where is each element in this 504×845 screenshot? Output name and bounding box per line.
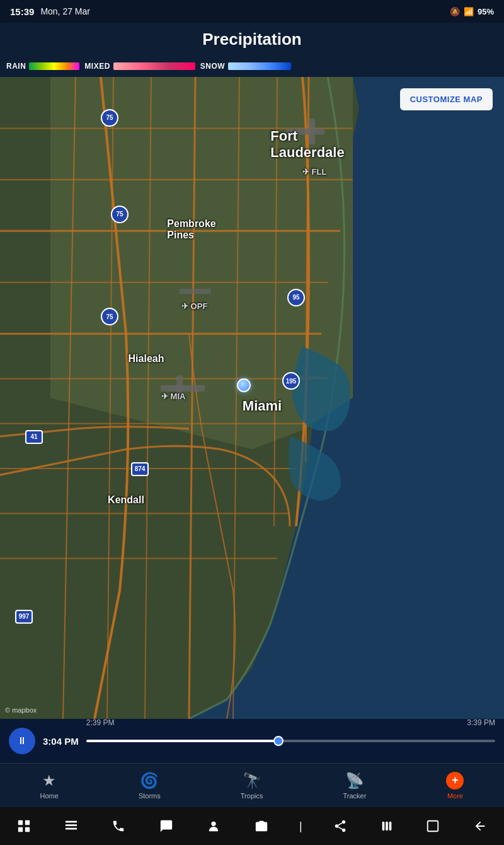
nav-item-home[interactable]: ★ Home [30,767,69,805]
svg-rect-26 [25,827,30,832]
bottom-nav: ★ Home 🌀 Storms 🔭 Tropics 📡 Tracker + Mo… [0,763,504,807]
highway-i75-1: 75 [101,109,118,127]
svg-rect-32 [386,822,388,831]
mute-icon: 🔕 [450,7,460,16]
customize-map-button[interactable]: CUSTOMIZE MAP [400,88,493,110]
play-pause-button[interactable]: ⏸ [9,728,35,754]
divider: | [297,820,305,833]
slider-fill [86,740,278,742]
storms-icon: 🌀 [140,772,159,790]
highway-41: 41 [25,430,43,444]
android-home-btn[interactable] [421,814,445,838]
map-area[interactable]: FortLauderdale PembrokePines Hialeah Mia… [0,77,504,719]
status-bar: 15:39 Mon, 27 Mar 🔕 📶 95% [0,0,504,23]
pause-icon: ⏸ [17,735,27,747]
android-apps-btn[interactable] [12,814,36,838]
svg-point-30 [212,822,216,826]
legend-mixed: MIXED [84,62,195,71]
time-slider-bar: ⏸ 3:04 PM 2:39 PM 3:39 PM [0,719,504,763]
nav-item-tracker[interactable]: 📡 Tracker [333,767,377,805]
svg-rect-18 [287,128,324,134]
svg-rect-20 [180,289,211,294]
status-date: Mon, 27 Mar [40,6,90,16]
nav-label-more: More [447,792,463,800]
nav-label-tropics: Tropics [241,792,263,800]
legend-rain-label: RAIN [6,62,26,71]
home-icon: ★ [42,772,56,790]
highway-i95: 95 [287,289,305,306]
svg-rect-29 [66,828,77,830]
current-time: 3:04 PM [43,736,79,747]
legend-bar: RAIN MIXED SNOW [0,55,504,77]
tracker-icon: 📡 [345,772,364,790]
legend-snow-label: SNOW [200,62,225,71]
svg-rect-24 [25,820,30,825]
legend-rain: RAIN [6,62,79,71]
android-contacts-btn[interactable] [202,814,226,838]
mapbox-text: © mapbox [5,706,37,714]
svg-rect-34 [428,821,438,832]
page-title: Precipitation [202,30,301,49]
android-files-btn[interactable] [59,814,83,838]
android-nav-bar: | [0,807,504,845]
svg-rect-28 [66,824,77,826]
legend-rain-bar [29,62,79,70]
nav-item-more[interactable]: + More [436,767,474,805]
status-icons: 🔕 📶 95% [450,7,494,16]
slider-start-time: 2:39 PM [86,718,115,727]
svg-rect-27 [66,821,77,823]
wifi-icon: 📶 [464,7,474,16]
android-phone-btn[interactable] [106,814,130,838]
svg-rect-22 [176,375,183,401]
android-camera-btn[interactable] [249,814,273,838]
slider-times: 2:39 PM 3:39 PM [86,718,495,727]
nav-label-home: Home [40,792,59,800]
svg-rect-25 [18,827,23,832]
more-icon: + [446,772,464,790]
svg-rect-33 [389,822,391,831]
svg-rect-23 [18,820,23,825]
svg-rect-31 [382,822,384,831]
legend-snow-bar [228,62,291,70]
legend-mixed-label: MIXED [84,62,110,71]
status-time: 15:39 [10,6,34,17]
android-share-btn[interactable] [328,814,352,838]
android-messages-btn[interactable] [154,814,178,838]
slider-thumb[interactable] [273,736,284,746]
legend-snow: SNOW [200,62,291,71]
slider-end-time: 3:39 PM [467,718,495,727]
nav-item-tropics[interactable]: 🔭 Tropics [231,767,273,805]
svg-rect-19 [309,119,315,144]
highway-997: 997 [15,610,33,624]
tropics-icon: 🔭 [243,772,261,790]
battery-icon: 95% [478,7,494,16]
nav-item-storms[interactable]: 🌀 Storms [129,767,171,805]
android-back-btn[interactable] [468,814,492,838]
header: Precipitation [0,23,504,55]
map-attribution: © mapbox [5,706,37,714]
slider-track[interactable] [86,740,495,742]
highway-874: 874 [131,462,149,476]
nav-label-tracker: Tracker [343,792,367,800]
time-slider[interactable]: 2:39 PM 3:39 PM [86,730,495,752]
nav-label-storms: Storms [139,792,161,800]
highway-i75-2: 75 [111,206,129,223]
android-grip-btn[interactable] [376,814,398,838]
legend-mixed-bar [113,62,195,70]
